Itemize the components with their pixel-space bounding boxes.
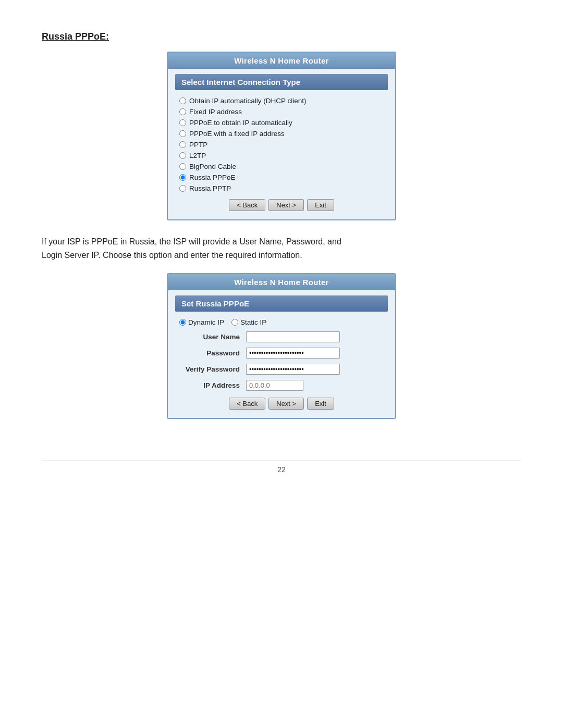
verify-password-cell bbox=[243, 361, 388, 377]
radio-dhcp[interactable] bbox=[179, 97, 186, 104]
verify-password-label: Verify Password bbox=[175, 361, 243, 377]
widget1-button-row: < Back Next > Exit bbox=[175, 195, 388, 213]
connection-type-list: Obtain IP automatically (DHCP client) Fi… bbox=[175, 94, 388, 195]
username-label: User Name bbox=[175, 329, 243, 345]
list-item-bigpond[interactable]: BigPond Cable bbox=[179, 161, 384, 172]
dynamic-ip-text: Dynamic IP bbox=[188, 318, 224, 326]
label-russia-pppoe: Russia PPPoE bbox=[189, 174, 236, 181]
label-pppoe-fixed: PPPoE with a fixed IP address bbox=[189, 130, 285, 138]
password-row: Password bbox=[175, 345, 388, 361]
static-ip-label[interactable]: Static IP bbox=[231, 318, 266, 326]
widget2-body: Set Russia PPPoE Dynamic IP Static IP Us… bbox=[168, 290, 395, 418]
ip-address-input[interactable] bbox=[246, 380, 303, 391]
dynamic-ip-label[interactable]: Dynamic IP bbox=[179, 318, 224, 326]
radio-bigpond[interactable] bbox=[179, 163, 186, 170]
widget2-title: Wireless N Home Router bbox=[168, 274, 395, 290]
radio-dynamic-ip[interactable] bbox=[179, 319, 186, 326]
password-label: Password bbox=[175, 345, 243, 361]
ip-type-row: Dynamic IP Static IP bbox=[175, 316, 388, 329]
widget1-section-header: Select Internet Connection Type bbox=[175, 74, 388, 90]
widget1-body: Select Internet Connection Type Obtain I… bbox=[168, 69, 395, 219]
widget2-container: Wireless N Home Router Set Russia PPPoE … bbox=[167, 273, 396, 419]
list-item-russia-pppoe[interactable]: Russia PPPoE bbox=[179, 172, 384, 183]
label-pptp: PPTP bbox=[189, 141, 207, 149]
widget2-button-row: < Back Next > Exit bbox=[175, 393, 388, 412]
list-item-pptp[interactable]: PPTP bbox=[179, 139, 384, 150]
static-ip-text: Static IP bbox=[240, 318, 266, 326]
username-input[interactable] bbox=[246, 331, 340, 342]
widget2-section-header: Set Russia PPPoE bbox=[175, 295, 388, 312]
label-pppoe-auto: PPPoE to obtain IP automatically bbox=[189, 119, 292, 127]
body-text: If your ISP is PPPoE in Russia, the ISP … bbox=[42, 235, 521, 262]
page-number: 22 bbox=[277, 465, 286, 474]
username-row: User Name bbox=[175, 329, 388, 345]
radio-fixed-ip[interactable] bbox=[179, 108, 186, 115]
widget1-title: Wireless N Home Router bbox=[168, 53, 395, 69]
password-cell bbox=[243, 345, 388, 361]
label-fixed-ip: Fixed IP address bbox=[189, 108, 242, 116]
widget1-exit-button[interactable]: Exit bbox=[307, 199, 334, 211]
list-item-pppoe-auto[interactable]: PPPoE to obtain IP automatically bbox=[179, 117, 384, 128]
widget2-next-button[interactable]: Next > bbox=[268, 398, 304, 410]
widget2-back-button[interactable]: < Back bbox=[229, 398, 265, 410]
ip-address-label: IP Address bbox=[175, 377, 243, 393]
list-item-dhcp[interactable]: Obtain IP automatically (DHCP client) bbox=[179, 95, 384, 106]
radio-static-ip[interactable] bbox=[231, 319, 238, 326]
widget2-exit-button[interactable]: Exit bbox=[307, 398, 334, 410]
list-item-l2tp[interactable]: L2TP bbox=[179, 150, 384, 161]
page-footer: 22 bbox=[42, 461, 521, 474]
radio-pppoe-auto[interactable] bbox=[179, 119, 186, 126]
label-bigpond: BigPond Cable bbox=[189, 163, 236, 170]
verify-password-input[interactable] bbox=[246, 364, 340, 375]
radio-pptp[interactable] bbox=[179, 141, 186, 148]
radio-russia-pppoe[interactable] bbox=[179, 174, 186, 181]
ip-address-cell bbox=[243, 377, 388, 393]
list-item-pppoe-fixed[interactable]: PPPoE with a fixed IP address bbox=[179, 128, 384, 139]
ip-address-row: IP Address bbox=[175, 377, 388, 393]
verify-password-row: Verify Password bbox=[175, 361, 388, 377]
list-item-russia-pptp[interactable]: Russia PPTP bbox=[179, 183, 384, 194]
label-russia-pptp: Russia PPTP bbox=[189, 184, 231, 192]
radio-l2tp[interactable] bbox=[179, 152, 186, 159]
page-heading: Russia PPPoE: bbox=[42, 31, 521, 42]
widget1-back-button[interactable]: < Back bbox=[229, 199, 265, 211]
widget1-next-button[interactable]: Next > bbox=[268, 199, 304, 211]
list-item-fixed-ip[interactable]: Fixed IP address bbox=[179, 106, 384, 117]
body-text-line2: Login Server IP. Choose this option and … bbox=[42, 251, 302, 260]
label-dhcp: Obtain IP automatically (DHCP client) bbox=[189, 97, 307, 105]
form-table: User Name Password Verify Password IP Ad… bbox=[175, 329, 388, 393]
password-input[interactable] bbox=[246, 348, 340, 359]
widget1-container: Wireless N Home Router Select Internet C… bbox=[167, 52, 396, 220]
label-l2tp: L2TP bbox=[189, 152, 206, 159]
radio-pppoe-fixed[interactable] bbox=[179, 130, 186, 137]
body-text-line1: If your ISP is PPPoE in Russia, the ISP … bbox=[42, 237, 341, 246]
username-cell bbox=[243, 329, 388, 345]
radio-russia-pptp[interactable] bbox=[179, 185, 186, 192]
